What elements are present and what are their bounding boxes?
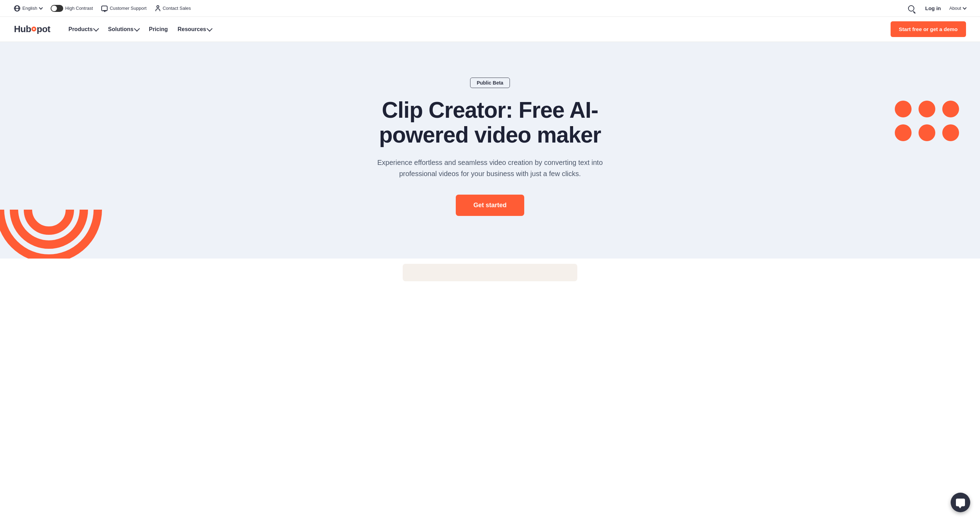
language-label: English <box>22 6 37 11</box>
person-icon <box>155 5 161 11</box>
contact-sales-link[interactable]: Contact Sales <box>155 5 191 11</box>
hero-subtitle: Experience effortless and seamless video… <box>368 157 612 179</box>
resources-chevron-icon <box>207 26 213 32</box>
hero-title: Clip Creator: Free AI-powered video make… <box>350 98 630 147</box>
about-menu[interactable]: About <box>949 6 966 11</box>
main-nav: Hub pot Products Solutions Pricing Resou… <box>0 17 980 42</box>
solutions-menu[interactable]: Solutions <box>104 24 143 35</box>
logo-text-pot: pot <box>37 24 50 35</box>
products-menu[interactable]: Products <box>64 24 102 35</box>
high-contrast-label: High Contrast <box>65 6 93 11</box>
nav-right: Start free or get a demo <box>891 21 966 37</box>
solutions-chevron-icon <box>134 26 140 32</box>
utility-bar-right: Log in About <box>905 3 966 14</box>
below-fold-box <box>402 264 578 281</box>
solutions-label: Solutions <box>108 26 134 32</box>
customer-support-link[interactable]: Customer Support <box>101 6 147 11</box>
nav-left: Hub pot Products Solutions Pricing Resou… <box>14 24 216 35</box>
login-link[interactable]: Log in <box>925 5 941 11</box>
search-button[interactable] <box>905 3 917 14</box>
get-started-button[interactable]: Get started <box>456 195 524 216</box>
contrast-toggle-switch[interactable] <box>51 5 63 12</box>
resources-menu[interactable]: Resources <box>173 24 216 35</box>
high-contrast-toggle[interactable]: High Contrast <box>51 5 93 12</box>
chat-icon <box>101 6 108 11</box>
start-free-button[interactable]: Start free or get a demo <box>891 21 966 37</box>
rainbow-decoration <box>0 154 105 259</box>
about-label: About <box>949 6 961 11</box>
resources-label: Resources <box>177 26 206 32</box>
contact-sales-label: Contact Sales <box>163 6 191 11</box>
utility-bar-left: English High Contrast Customer Support C… <box>14 5 191 12</box>
language-chevron-icon <box>39 6 43 10</box>
logo-text-hub: Hub <box>14 24 31 35</box>
beta-badge: Public Beta <box>470 78 510 88</box>
svg-point-3 <box>28 189 70 231</box>
dot-4 <box>895 100 912 118</box>
dot-7 <box>895 124 912 141</box>
customer-support-label: Customer Support <box>110 6 147 11</box>
dots-decoration <box>895 77 959 141</box>
nav-links: Products Solutions Pricing Resources <box>64 24 216 35</box>
products-label: Products <box>68 26 92 32</box>
below-fold-section <box>0 259 980 286</box>
dot-6 <box>942 100 959 118</box>
dot-5 <box>918 100 935 118</box>
dot-8 <box>918 124 935 141</box>
dot-9 <box>942 124 959 141</box>
language-selector[interactable]: English <box>14 5 42 11</box>
pricing-link[interactable]: Pricing <box>145 24 172 35</box>
search-icon <box>908 5 914 11</box>
utility-bar: English High Contrast Customer Support C… <box>0 0 980 17</box>
hubspot-logo[interactable]: Hub pot <box>14 24 50 35</box>
about-chevron-icon <box>963 6 966 10</box>
logo-dot-icon <box>32 27 36 32</box>
hero-section: Public Beta Clip Creator: Free AI-powere… <box>0 42 980 259</box>
hero-content: Public Beta Clip Creator: Free AI-powere… <box>350 78 630 216</box>
products-chevron-icon <box>93 26 99 32</box>
pricing-label: Pricing <box>149 26 168 32</box>
globe-icon <box>14 5 20 11</box>
